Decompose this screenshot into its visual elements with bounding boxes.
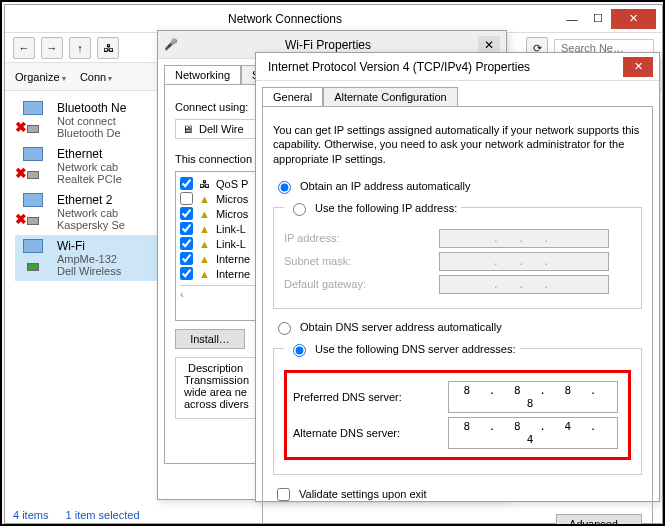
gateway-input: . . . xyxy=(439,275,609,294)
adapter-name: Wi-Fi xyxy=(57,239,121,253)
adapter-icon: ✖ xyxy=(17,101,49,133)
nc-title: Network Connections xyxy=(11,12,559,26)
status-bar: 4 items 1 item selected xyxy=(13,509,154,521)
ipv4-title: Internet Protocol Version 4 (TCP/IPv4) P… xyxy=(262,60,623,74)
adapter-name: Ethernet 2 xyxy=(57,193,125,207)
proto-icon: ▲ xyxy=(199,193,210,205)
close-button[interactable]: ✕ xyxy=(611,9,656,29)
ip-address-label: IP address: xyxy=(284,232,439,244)
item-chk[interactable] xyxy=(180,207,193,220)
radio-dns-auto[interactable] xyxy=(278,322,291,335)
advanced-button[interactable]: Advanced… xyxy=(556,514,642,526)
disabled-x-icon: ✖ xyxy=(15,119,27,135)
nic-mini-icon: 🖧 xyxy=(199,178,210,190)
adapter-name: Bluetooth Ne xyxy=(57,101,126,115)
radio-ip-manual[interactable] xyxy=(293,203,306,216)
preferred-dns-label: Preferred DNS server: xyxy=(293,391,448,403)
nc-titlebar: Network Connections — ☐ ✕ xyxy=(5,5,662,33)
nic-icon: 🖥 xyxy=(182,123,193,135)
preferred-dns-input[interactable]: 8 . 8 . 8 . 8 xyxy=(448,381,618,413)
tab-networking[interactable]: Networking xyxy=(164,65,241,84)
alternate-dns-label: Alternate DNS server: xyxy=(293,427,448,439)
ipv4-properties-window: Internet Protocol Version 4 (TCP/IPv4) P… xyxy=(255,52,660,502)
disabled-x-icon: ✖ xyxy=(15,165,27,181)
adapter-icon xyxy=(17,239,49,271)
proto-icon: ▲ xyxy=(199,223,210,235)
adapter-name: Ethernet xyxy=(57,147,122,161)
disabled-x-icon: ✖ xyxy=(15,211,27,227)
item-chk[interactable] xyxy=(180,192,193,205)
radio-dns-manual[interactable] xyxy=(293,344,306,357)
maximize-button[interactable]: ☐ xyxy=(585,9,611,29)
alternate-dns-input[interactable]: 8 . 8 . 4 . 4 xyxy=(448,417,618,449)
up-button[interactable]: ↑ xyxy=(69,37,91,59)
status-item-count: 4 items xyxy=(13,509,48,521)
item-chk[interactable] xyxy=(180,177,193,190)
breadcrumb-icon[interactable]: 🖧 xyxy=(97,37,119,59)
adapter-icon: ✖ xyxy=(17,193,49,225)
organize-menu[interactable]: Organize xyxy=(15,71,66,83)
dns-highlight-box: Preferred DNS server:8 . 8 . 8 . 8 Alter… xyxy=(284,370,631,460)
proto-icon: ▲ xyxy=(199,253,210,265)
description-label: Description xyxy=(184,362,247,374)
scroll-left-icon[interactable]: ‹ xyxy=(180,288,184,300)
ipv4-close-button[interactable]: ✕ xyxy=(623,57,653,77)
ip-manual-group: Use the following IP address: IP address… xyxy=(273,197,642,309)
connect-menu[interactable]: Conn xyxy=(80,71,113,83)
validate-checkbox[interactable] xyxy=(277,488,290,501)
validate-label: Validate settings upon exit xyxy=(299,488,427,500)
subnet-mask-input: . . . xyxy=(439,252,609,271)
dns-manual-group: Use the following DNS server addresses: … xyxy=(273,338,642,475)
item-chk[interactable] xyxy=(180,267,193,280)
proto-icon: ▲ xyxy=(199,238,210,250)
tab-general[interactable]: General xyxy=(262,87,323,106)
adapter-icon: ✖ xyxy=(17,147,49,179)
install-button[interactable]: Install… xyxy=(175,329,245,349)
wifi-title: Wi-Fi Properties xyxy=(178,38,478,52)
item-chk[interactable] xyxy=(180,252,193,265)
subnet-mask-label: Subnet mask: xyxy=(284,255,439,267)
forward-button[interactable]: → xyxy=(41,37,63,59)
ipv4-titlebar: Internet Protocol Version 4 (TCP/IPv4) P… xyxy=(256,53,659,81)
item-chk[interactable] xyxy=(180,222,193,235)
item-chk[interactable] xyxy=(180,237,193,250)
proto-icon: ▲ xyxy=(199,208,210,220)
radio-ip-auto[interactable] xyxy=(278,181,291,194)
status-selected: 1 item selected xyxy=(66,509,140,521)
info-text: You can get IP settings assigned automat… xyxy=(273,123,642,166)
ip-address-input: . . . xyxy=(439,229,609,248)
proto-icon: ▲ xyxy=(199,268,210,280)
tab-alternate[interactable]: Alternate Configuration xyxy=(323,87,458,106)
audio-icon: 🎤 xyxy=(164,38,178,51)
back-button[interactable]: ← xyxy=(13,37,35,59)
gateway-label: Default gateway: xyxy=(284,278,439,290)
wifi-close-button[interactable]: ✕ xyxy=(478,36,500,54)
minimize-button[interactable]: — xyxy=(559,9,585,29)
